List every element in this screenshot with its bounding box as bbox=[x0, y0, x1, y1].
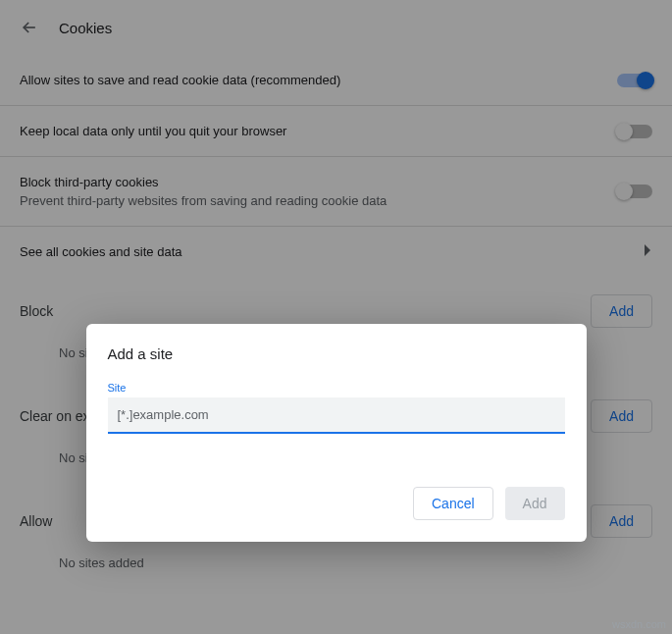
dialog-field-label: Site bbox=[108, 382, 565, 394]
cancel-button[interactable]: Cancel bbox=[413, 487, 493, 520]
site-input[interactable] bbox=[108, 397, 565, 434]
watermark-text: wsxdn.com bbox=[612, 618, 666, 630]
modal-scrim: Add a site Site Cancel Add bbox=[0, 0, 672, 634]
dialog-title: Add a site bbox=[108, 345, 565, 362]
add-site-dialog: Add a site Site Cancel Add bbox=[86, 324, 587, 542]
add-button[interactable]: Add bbox=[505, 487, 565, 520]
